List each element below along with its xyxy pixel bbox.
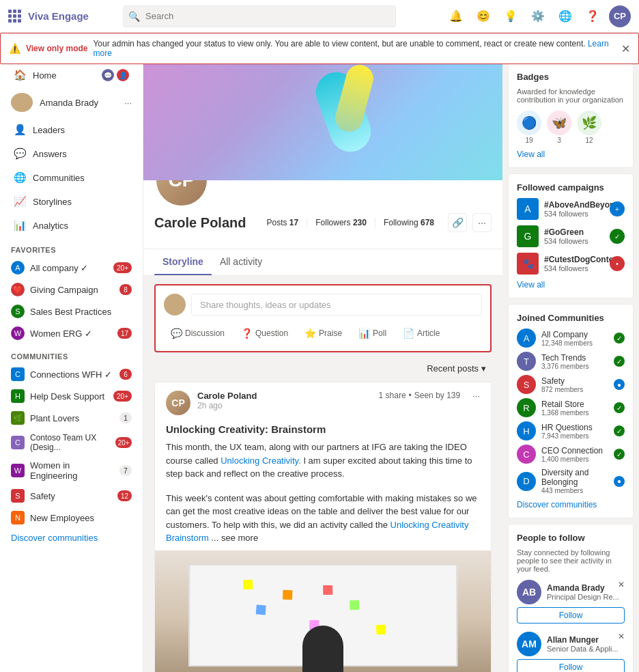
badges-view-all[interactable]: View all: [517, 150, 625, 159]
right-sidebar: Badges Awarded for knowledge contributio…: [502, 57, 639, 672]
main-layout: 🏠 Home 💬 👤 Amanda Brady ··· 👤 Leaders 💬 …: [0, 57, 639, 672]
joined-retail-info: Retail Store 1,368 members: [541, 400, 608, 417]
person-amanda-avatar: AB: [517, 580, 541, 604]
person-amanda-close[interactable]: ✕: [618, 580, 625, 589]
comm-women-eng-badge: 7: [119, 465, 132, 476]
profile-followers: Followers 230: [307, 218, 375, 227]
sidebar-user-avatar: [11, 93, 33, 112]
sidebar-user-more[interactable]: ···: [124, 98, 132, 108]
follow-amanda-button[interactable]: Follow: [517, 607, 625, 624]
joined-communities-widget: Joined Communities A All Company 12,348 …: [508, 304, 634, 518]
analytics-icon: 📊: [14, 219, 26, 232]
recent-posts-button[interactable]: Recent posts ▾: [421, 361, 492, 376]
praise-button[interactable]: ⭐ Praise: [298, 324, 349, 343]
fav-item-giving-campaign[interactable]: ❤️ Giving Campaign 8: [0, 279, 143, 300]
help-icon[interactable]: ❓: [582, 5, 604, 27]
post-placeholder[interactable]: Share thoughts, ideas or updates: [191, 294, 482, 316]
badge-circle-2: 🦋: [547, 111, 571, 135]
poll-button[interactable]: 📊 Poll: [352, 324, 393, 343]
user-row[interactable]: Amanda Brady ···: [0, 87, 143, 117]
globe-icon[interactable]: 🌐: [554, 5, 576, 27]
question-button[interactable]: ❓ Question: [234, 324, 295, 343]
comm-item-new-employees[interactable]: N New Employees: [0, 507, 143, 529]
sidebar-item-communities[interactable]: 🌐 Communities: [3, 166, 140, 189]
profile-cover: [143, 57, 502, 180]
joined-safety-info: Safety 872 members: [541, 376, 608, 393]
feed-controls: Recent posts ▾: [154, 361, 492, 376]
campaign-gogreen: G #GoGreen 534 followers ✓: [517, 225, 625, 247]
comm-contoso-label: Contoso Team UX (Desig...: [30, 433, 110, 452]
joined-diversity-info: Diversity and Belonging 443 members: [541, 468, 608, 494]
search-input[interactable]: [123, 5, 396, 27]
article-button[interactable]: 📄 Article: [396, 324, 446, 343]
home-badge-1: 💬: [102, 69, 114, 81]
person-amanda-row: AB Amanda Brady Principal Design Re...: [517, 580, 625, 604]
post-input-row: Share thoughts, ideas or updates: [164, 294, 482, 316]
person-amanda-title: Principal Design Re...: [547, 593, 625, 601]
settings-icon[interactable]: ⚙️: [527, 5, 549, 27]
comm-item-safety[interactable]: S Safety 12: [0, 485, 143, 507]
campaign-above-icon: A: [517, 198, 539, 220]
discussion-icon: 💬: [171, 328, 182, 339]
fav-item-all-company[interactable]: A All company ✓ 20+: [0, 257, 143, 279]
home-badge-2: 👤: [117, 69, 129, 81]
campaign-cutestdog-joined[interactable]: •: [610, 256, 625, 271]
post-compose-avatar: [164, 294, 186, 316]
sidebar-item-analytics[interactable]: 📊 Analytics: [3, 214, 140, 237]
alert-close-button[interactable]: ✕: [621, 42, 630, 55]
user-avatar[interactable]: CP: [609, 5, 631, 27]
unlocking-creativity-link-1[interactable]: Unlocking Creativity.: [221, 456, 301, 466]
fav-women-erg-icon: W: [11, 326, 25, 340]
sidebar-item-leaders[interactable]: 👤 Leaders: [3, 118, 140, 141]
comm-item-contoso[interactable]: C Contoso Team UX (Desig... 20+: [0, 429, 143, 456]
comm-item-women-engineering[interactable]: W Women in Engineering 7: [0, 456, 143, 485]
discover-communities-link[interactable]: Discover communities: [0, 529, 143, 547]
discussion-button[interactable]: 💬 Discussion: [164, 324, 231, 343]
campaign-above-beyond: A #AboveAndBeyond 534 followers +: [517, 198, 625, 220]
alert-bar: ⚠️ View only mode Your admin has changed…: [0, 33, 639, 64]
fav-all-company-label: All company ✓: [30, 263, 88, 273]
app-logo: Viva Engage: [8, 10, 117, 23]
fav-item-sales[interactable]: S Sales Best Practices: [0, 300, 143, 322]
campaign-above-follow[interactable]: +: [610, 201, 625, 216]
campaign-above-name: #AboveAndBeyond: [544, 200, 604, 210]
sidebar-item-home[interactable]: 🏠 Home 💬 👤: [3, 64, 140, 87]
comm-connections-label: Connections WFH ✓: [30, 369, 112, 380]
person-allan-close[interactable]: ✕: [618, 632, 625, 641]
comm-helpdesk-label: Help Desk Support: [30, 391, 104, 402]
comm-item-help-desk[interactable]: H Help Desk Support 20+: [0, 385, 143, 407]
follow-allan-button[interactable]: Follow: [517, 659, 625, 672]
campaign-gogreen-joined[interactable]: ✓: [610, 229, 625, 244]
campaign-cutestdog-name: #CutestDogContest: [544, 255, 604, 264]
people-to-follow-widget: People to follow Stay connected by follo…: [508, 524, 634, 672]
joined-retail-status: ✓: [614, 402, 625, 413]
comm-item-connections-wfh[interactable]: C Connections WFH ✓ 6: [0, 363, 143, 385]
sidebar-item-storylines[interactable]: 📈 Storylines: [3, 190, 140, 213]
joined-comm-tech-trends: T Tech Trends 3,376 members ✓: [517, 352, 625, 371]
campaigns-view-all[interactable]: View all: [517, 280, 625, 290]
fav-item-women-erg[interactable]: W Women ERG ✓ 17: [0, 322, 143, 344]
sticky-1: [243, 580, 253, 590]
profile-more-button[interactable]: ···: [472, 213, 492, 232]
emoji-icon[interactable]: 😊: [472, 5, 494, 27]
comm-item-plant-lovers[interactable]: 🌿 Plant Lovers 1: [0, 407, 143, 429]
comm-safety-label: Safety: [30, 491, 55, 501]
fav-women-erg-badge: 17: [117, 328, 132, 339]
profile-link-button[interactable]: 🔗: [448, 213, 467, 232]
lightbulb-icon[interactable]: 💡: [500, 5, 522, 27]
tab-storyline[interactable]: Storyline: [154, 249, 212, 275]
tab-all-activity[interactable]: All activity: [212, 249, 270, 275]
profile-stats-actions: Posts 17 Followers 230 Following 678 🔗 ·…: [267, 213, 492, 232]
notifications-icon[interactable]: 🔔: [445, 5, 467, 27]
feed: Recent posts ▾ CP Carole Poland 2h ago 1…: [143, 361, 502, 672]
comm-women-eng-label: Women in Engineering: [30, 460, 114, 481]
comm-widget-discover[interactable]: Discover communities: [517, 500, 625, 509]
sidebar-item-answers[interactable]: 💬 Answers: [3, 142, 140, 165]
sticky-7: [376, 625, 386, 635]
joined-comm-ceo: C CEO Connection 1,400 members ✓: [517, 445, 625, 464]
post-image: [155, 550, 491, 673]
joined-ceo-info: CEO Connection 1,400 members: [541, 446, 608, 463]
sidebar-analytics-label: Analytics: [33, 221, 68, 231]
alert-message: Your admin has changed your status to vi…: [93, 39, 616, 58]
post-more-button[interactable]: ···: [472, 391, 480, 401]
